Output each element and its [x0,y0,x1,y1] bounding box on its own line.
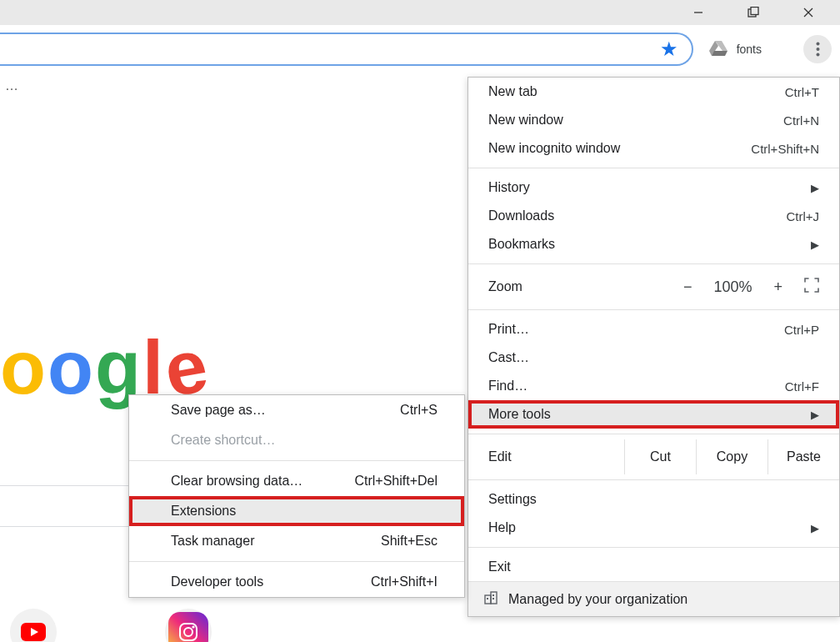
chevron-right-icon: ▶ [811,522,819,534]
submenu-item-extensions[interactable]: Extensions [129,496,464,526]
svg-marker-7 [712,51,728,56]
menu-label: New incognito window [488,141,620,156]
svg-point-10 [816,53,819,57]
submenu-item-developer-tools[interactable]: Developer tools Ctrl+Shift+I [129,567,464,597]
menu-item-new-tab[interactable]: New tab Ctrl+T [468,78,839,106]
menu-label: History [488,180,530,195]
instagram-shortcut-icon[interactable] [165,609,212,642]
menu-separator [468,309,839,310]
menu-label: Edit [468,449,532,464]
chevron-right-icon: ▶ [811,409,819,421]
svg-rect-20 [487,598,488,599]
bookmark-star-icon[interactable]: ★ [660,38,678,61]
menu-item-new-window[interactable]: New window Ctrl+N [468,106,839,134]
menu-shortcut: Shift+Esc [381,534,438,549]
logo-char: o [48,326,95,409]
menu-shortcut: Ctrl+T [785,85,819,99]
fullscreen-icon[interactable] [804,278,819,297]
submenu-item-create-shortcut: Create shortcut… [129,425,464,455]
menu-shortcut: Ctrl+J [786,209,819,223]
menu-separator [129,561,464,562]
menu-label: More tools [488,407,551,422]
menu-item-find[interactable]: Find… Ctrl+F [468,372,839,400]
svg-point-8 [816,43,819,46]
svg-point-14 [184,628,192,636]
menu-label: Create shortcut… [171,433,275,448]
chrome-main-menu: New tab Ctrl+T New window Ctrl+N New inc… [468,77,840,617]
menu-label: Print… [488,322,529,337]
svg-rect-19 [492,598,494,599]
menu-shortcut: Ctrl+Shift+I [371,574,438,589]
menu-shortcut: Ctrl+F [785,379,819,394]
menu-label: Help [488,520,516,535]
menu-item-cast[interactable]: Cast… [468,344,839,372]
submenu-item-clear-data[interactable]: Clear browsing data… Ctrl+Shift+Del [129,466,464,496]
extensions-area: fonts [693,35,832,63]
menu-item-exit[interactable]: Exit [468,553,839,581]
menu-shortcut: Ctrl+N [783,113,819,128]
logo-char: o [0,326,48,409]
menu-label: New window [488,113,563,128]
menu-label: Exit [488,559,511,574]
chevron-right-icon: ▶ [811,238,819,251]
menu-item-bookmarks[interactable]: Bookmarks ▶ [468,230,839,258]
close-button[interactable] [792,0,825,25]
menu-separator [468,434,839,434]
extension-label[interactable]: fonts [737,43,762,56]
menu-item-help[interactable]: Help ▶ [468,514,839,542]
submenu-item-save-page[interactable]: Save page as… Ctrl+S [129,395,464,425]
menu-item-new-incognito[interactable]: New incognito window Ctrl+Shift+N [468,134,839,163]
svg-rect-2 [751,8,758,15]
menu-label: Bookmarks [488,237,555,252]
more-tools-submenu: Save page as… Ctrl+S Create shortcut… Cl… [128,394,465,598]
menu-item-settings[interactable]: Settings [468,485,839,514]
zoom-level: 100% [713,278,752,296]
menu-item-more-tools[interactable]: More tools ▶ [468,400,839,429]
menu-separator [468,168,839,168]
chrome-menu-button[interactable] [803,35,832,63]
menu-item-print[interactable]: Print… Ctrl+P [468,315,839,344]
menu-label: Task manager [171,534,255,549]
submenu-item-task-manager[interactable]: Task manager Shift+Esc [129,526,464,556]
chevron-right-icon: ▶ [811,182,819,194]
menu-item-zoom: Zoom − 100% + [468,269,839,304]
building-icon [483,590,498,609]
menu-separator [468,547,839,548]
menu-shortcut: Ctrl+S [400,403,438,418]
window-titlebar [0,0,840,25]
youtube-shortcut-icon[interactable] [10,609,57,642]
zoom-in-button[interactable]: + [773,278,782,296]
menu-label: Downloads [488,208,554,223]
menu-shortcut: Ctrl+Shift+Del [354,474,438,489]
minimize-button[interactable] [682,0,715,25]
svg-rect-18 [492,594,494,596]
menu-label: New tab [488,84,538,99]
menu-separator [468,479,839,480]
google-drive-icon[interactable] [708,38,728,61]
edit-cut[interactable]: Cut [624,439,696,474]
menu-shortcut: Ctrl+P [784,323,819,337]
shortcut-icons [10,609,212,642]
svg-point-15 [192,625,194,628]
menu-label: Find… [488,379,528,394]
menu-label: Clear browsing data… [171,474,302,489]
toolbar: ★ fonts [0,25,840,73]
menu-separator [129,460,464,461]
svg-point-9 [816,48,819,51]
maximize-button[interactable] [737,0,770,25]
menu-item-managed[interactable]: Managed by your organization [468,581,839,616]
menu-label: Developer tools [171,574,263,589]
menu-separator [468,263,839,264]
zoom-out-button[interactable]: − [683,278,692,296]
menu-item-history[interactable]: History ▶ [468,173,839,202]
edit-paste[interactable]: Paste [768,439,839,474]
menu-label: Zoom [488,279,522,294]
address-bar[interactable]: ★ [0,33,693,66]
menu-item-downloads[interactable]: Downloads Ctrl+J [468,202,839,230]
menu-label: Save page as… [171,403,266,418]
menu-label: Cast… [488,350,529,365]
menu-item-edit: Edit Cut Copy Paste [468,439,839,474]
menu-label: Managed by your organization [508,592,688,607]
edit-copy[interactable]: Copy [696,439,768,474]
menu-label: Settings [488,492,537,507]
